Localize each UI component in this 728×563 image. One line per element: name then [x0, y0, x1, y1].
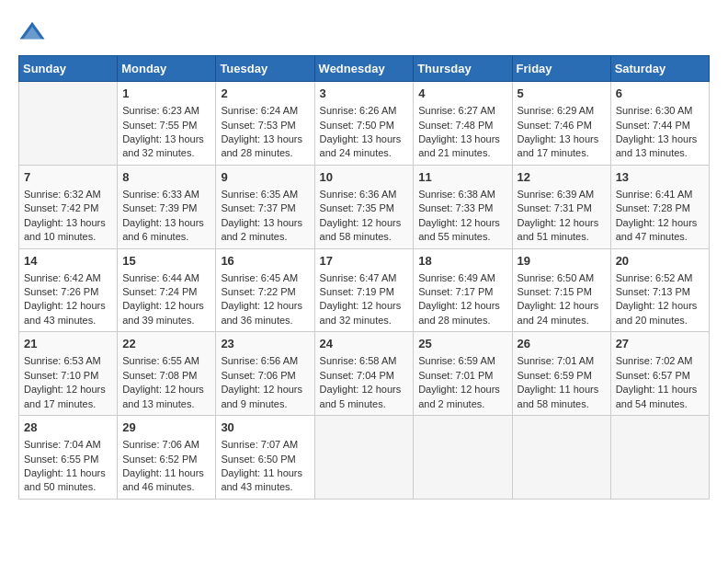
calendar-cell: 26Sunrise: 7:01 AMSunset: 6:59 PMDayligh…: [512, 332, 610, 416]
calendar-cell: 22Sunrise: 6:55 AMSunset: 7:08 PMDayligh…: [118, 332, 216, 416]
calendar-cell: 4Sunrise: 6:27 AMSunset: 7:48 PMDaylight…: [414, 82, 512, 166]
calendar-header: SundayMondayTuesdayWednesdayThursdayFrid…: [19, 56, 710, 82]
calendar-cell: [610, 416, 709, 500]
daylight-hours: Daylight: 13 hours and 13 minutes.: [616, 133, 698, 158]
daylight-hours: Daylight: 12 hours and 32 minutes.: [320, 300, 402, 325]
daylight-hours: Daylight: 12 hours and 9 minutes.: [221, 384, 302, 408]
header-row: SundayMondayTuesdayWednesdayThursdayFrid…: [19, 56, 710, 82]
daylight-hours: Daylight: 11 hours and 43 minutes.: [221, 467, 302, 492]
logo: [18, 18, 50, 46]
sunset: Sunset: 7:39 PM: [122, 202, 197, 213]
calendar-cell: 3Sunrise: 6:26 AMSunset: 7:50 PMDaylight…: [314, 82, 414, 166]
sunset: Sunset: 7:44 PM: [616, 120, 690, 131]
sunset: Sunset: 7:28 PM: [616, 202, 690, 213]
calendar-table: SundayMondayTuesdayWednesdayThursdayFrid…: [18, 55, 710, 500]
daylight-hours: Daylight: 12 hours and 55 minutes.: [418, 217, 500, 242]
day-number: 2: [221, 86, 309, 102]
daylight-hours: Daylight: 11 hours and 54 minutes.: [616, 384, 698, 408]
day-number: 5: [518, 86, 606, 102]
calendar-cell: 25Sunrise: 6:59 AMSunset: 7:01 PMDayligh…: [414, 332, 512, 416]
day-number: 21: [24, 336, 112, 352]
sunrise: Sunrise: 6:23 AM: [122, 105, 199, 116]
sunrise: Sunrise: 7:02 AM: [616, 355, 693, 366]
sunset: Sunset: 6:55 PM: [24, 454, 98, 465]
sunset: Sunset: 7:48 PM: [418, 120, 493, 131]
header-day: Sunday: [19, 56, 118, 82]
day-number: 1: [122, 86, 210, 102]
daylight-hours: Daylight: 11 hours and 46 minutes.: [122, 467, 204, 492]
day-number: 6: [616, 86, 704, 102]
calendar-cell: 17Sunrise: 6:47 AMSunset: 7:19 PMDayligh…: [314, 248, 414, 332]
sunset: Sunset: 7:10 PM: [24, 370, 98, 381]
calendar-cell: 23Sunrise: 6:56 AMSunset: 7:06 PMDayligh…: [216, 332, 314, 416]
sunset: Sunset: 6:59 PM: [518, 370, 592, 381]
header-day: Friday: [512, 56, 610, 82]
calendar-cell: 15Sunrise: 6:44 AMSunset: 7:24 PMDayligh…: [118, 248, 216, 332]
calendar-week: 14Sunrise: 6:42 AMSunset: 7:26 PMDayligh…: [19, 248, 710, 332]
day-number: 17: [320, 253, 409, 270]
sunset: Sunset: 7:37 PM: [221, 202, 295, 213]
sunset: Sunset: 7:35 PM: [320, 202, 394, 213]
sunset: Sunset: 7:46 PM: [518, 120, 592, 131]
calendar-cell: 1Sunrise: 6:23 AMSunset: 7:55 PMDaylight…: [118, 82, 216, 166]
day-number: 28: [24, 419, 112, 436]
day-number: 22: [122, 336, 210, 352]
daylight-hours: Daylight: 12 hours and 39 minutes.: [122, 300, 204, 325]
calendar-cell: 21Sunrise: 6:53 AMSunset: 7:10 PMDayligh…: [19, 332, 118, 416]
sunrise: Sunrise: 6:27 AM: [418, 105, 495, 116]
calendar-cell: 30Sunrise: 7:07 AMSunset: 6:50 PMDayligh…: [216, 416, 314, 500]
sunrise: Sunrise: 7:06 AM: [122, 439, 199, 450]
sunrise: Sunrise: 6:45 AM: [221, 272, 298, 283]
sunset: Sunset: 6:57 PM: [616, 370, 690, 381]
daylight-hours: Daylight: 12 hours and 36 minutes.: [221, 300, 302, 325]
calendar-cell: 10Sunrise: 6:36 AMSunset: 7:35 PMDayligh…: [314, 165, 414, 248]
sunset: Sunset: 7:42 PM: [24, 202, 98, 213]
daylight-hours: Daylight: 12 hours and 13 minutes.: [122, 384, 204, 408]
sunset: Sunset: 6:50 PM: [221, 454, 295, 465]
daylight-hours: Daylight: 12 hours and 20 minutes.: [616, 300, 698, 325]
sunrise: Sunrise: 6:35 AM: [221, 189, 298, 200]
day-number: 3: [320, 86, 409, 102]
calendar-cell: 5Sunrise: 6:29 AMSunset: 7:46 PMDaylight…: [512, 82, 610, 166]
daylight-hours: Daylight: 12 hours and 28 minutes.: [418, 300, 500, 325]
calendar-cell: 18Sunrise: 6:49 AMSunset: 7:17 PMDayligh…: [414, 248, 512, 332]
daylight-hours: Daylight: 13 hours and 17 minutes.: [518, 133, 599, 158]
calendar-cell: 29Sunrise: 7:06 AMSunset: 6:52 PMDayligh…: [118, 416, 216, 500]
page-header: [18, 18, 710, 46]
daylight-hours: Daylight: 11 hours and 50 minutes.: [24, 467, 106, 492]
sunset: Sunset: 7:15 PM: [518, 286, 592, 297]
sunrise: Sunrise: 6:24 AM: [221, 105, 298, 116]
daylight-hours: Daylight: 12 hours and 51 minutes.: [518, 217, 599, 242]
day-number: 20: [616, 253, 704, 270]
sunset: Sunset: 7:26 PM: [24, 286, 98, 297]
day-number: 16: [221, 253, 309, 270]
sunset: Sunset: 7:33 PM: [418, 202, 493, 213]
day-number: 4: [418, 86, 506, 102]
sunset: Sunset: 7:17 PM: [418, 286, 493, 297]
calendar-cell: 20Sunrise: 6:52 AMSunset: 7:13 PMDayligh…: [610, 248, 709, 332]
calendar-cell: 19Sunrise: 6:50 AMSunset: 7:15 PMDayligh…: [512, 248, 610, 332]
sunrise: Sunrise: 6:50 AM: [518, 272, 595, 283]
sunrise: Sunrise: 6:29 AM: [518, 105, 595, 116]
header-day: Monday: [118, 56, 216, 82]
day-number: 27: [616, 336, 704, 352]
sunrise: Sunrise: 6:55 AM: [122, 355, 199, 366]
sunset: Sunset: 7:04 PM: [320, 370, 394, 381]
daylight-hours: Daylight: 13 hours and 28 minutes.: [221, 133, 302, 158]
day-number: 18: [418, 253, 506, 270]
daylight-hours: Daylight: 12 hours and 5 minutes.: [320, 384, 402, 408]
calendar-cell: 8Sunrise: 6:33 AMSunset: 7:39 PMDaylight…: [118, 165, 216, 248]
sunrise: Sunrise: 6:53 AM: [24, 355, 101, 366]
sunrise: Sunrise: 6:49 AM: [418, 272, 495, 283]
logo-icon: [18, 18, 46, 46]
day-number: 13: [616, 169, 704, 186]
calendar-cell: 6Sunrise: 6:30 AMSunset: 7:44 PMDaylight…: [610, 82, 709, 166]
calendar-cell: 7Sunrise: 6:32 AMSunset: 7:42 PMDaylight…: [19, 165, 118, 248]
daylight-hours: Daylight: 13 hours and 10 minutes.: [24, 217, 106, 242]
calendar-cell: 13Sunrise: 6:41 AMSunset: 7:28 PMDayligh…: [610, 165, 709, 248]
day-number: 8: [122, 169, 210, 186]
day-number: 25: [418, 336, 506, 352]
daylight-hours: Daylight: 12 hours and 47 minutes.: [616, 217, 698, 242]
calendar-cell: [414, 416, 512, 500]
day-number: 12: [518, 169, 606, 186]
